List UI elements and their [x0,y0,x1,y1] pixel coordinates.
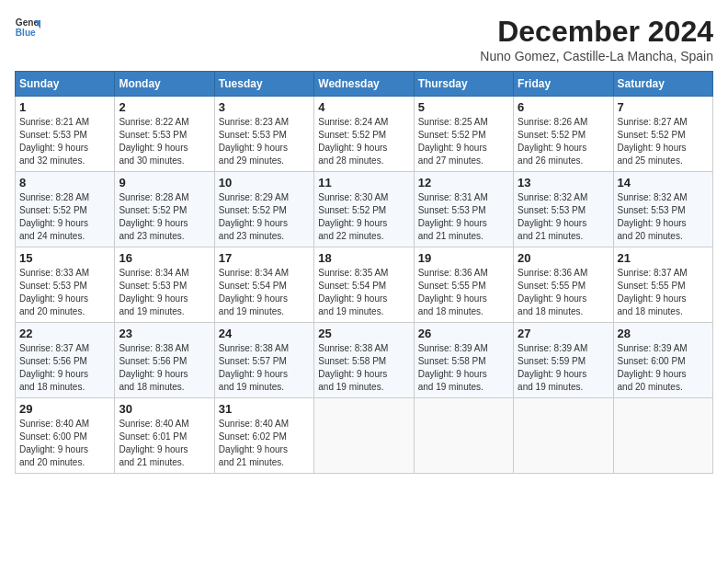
day-info: Sunrise: 8:38 AM Sunset: 5:56 PM Dayligh… [119,342,210,394]
day-number: 6 [518,100,609,114]
calendar-cell [514,398,613,474]
calendar-cell: 4Sunrise: 8:24 AM Sunset: 5:52 PM Daylig… [314,97,414,172]
day-number: 10 [219,176,310,190]
calendar-cell: 5Sunrise: 8:25 AM Sunset: 5:52 PM Daylig… [414,97,513,172]
calendar-table: SundayMondayTuesdayWednesdayThursdayFrid… [15,71,713,474]
weekday-header: Saturday [613,72,712,97]
calendar-cell [314,398,414,474]
day-info: Sunrise: 8:37 AM Sunset: 5:56 PM Dayligh… [19,342,110,394]
day-info: Sunrise: 8:37 AM Sunset: 5:55 PM Dayligh… [618,267,709,318]
weekday-header: Monday [115,72,214,97]
day-number: 8 [19,176,110,190]
calendar-cell: 21Sunrise: 8:37 AM Sunset: 5:55 PM Dayli… [613,247,712,323]
day-number: 23 [119,327,210,340]
day-info: Sunrise: 8:40 AM Sunset: 6:00 PM Dayligh… [19,418,110,469]
calendar-cell: 19Sunrise: 8:36 AM Sunset: 5:55 PM Dayli… [414,247,513,323]
day-number: 4 [318,100,409,114]
calendar-cell: 22Sunrise: 8:37 AM Sunset: 5:56 PM Dayli… [16,323,115,398]
day-number: 5 [418,100,509,114]
day-info: Sunrise: 8:26 AM Sunset: 5:52 PM Dayligh… [518,116,609,167]
calendar-cell: 7Sunrise: 8:27 AM Sunset: 5:52 PM Daylig… [613,97,712,172]
calendar-cell: 3Sunrise: 8:23 AM Sunset: 5:53 PM Daylig… [214,97,313,172]
calendar-cell: 14Sunrise: 8:32 AM Sunset: 5:53 PM Dayli… [613,172,712,247]
calendar-cell: 9Sunrise: 8:28 AM Sunset: 5:52 PM Daylig… [115,172,214,247]
weekday-header: Friday [514,72,613,97]
calendar-week-row: 8Sunrise: 8:28 AM Sunset: 5:52 PM Daylig… [16,172,713,247]
calendar-week-row: 1Sunrise: 8:21 AM Sunset: 5:53 PM Daylig… [16,97,713,172]
calendar-cell: 1Sunrise: 8:21 AM Sunset: 5:53 PM Daylig… [16,97,115,172]
calendar-cell: 2Sunrise: 8:22 AM Sunset: 5:53 PM Daylig… [115,97,214,172]
day-info: Sunrise: 8:27 AM Sunset: 5:52 PM Dayligh… [618,116,709,167]
day-number: 29 [19,402,110,416]
day-info: Sunrise: 8:28 AM Sunset: 5:52 PM Dayligh… [19,191,110,243]
day-number: 14 [618,176,709,190]
weekday-header: Sunday [16,72,115,97]
day-number: 31 [219,402,310,416]
svg-text:Blue: Blue [16,28,36,38]
main-title: December 2024 [480,15,713,49]
day-info: Sunrise: 8:40 AM Sunset: 6:01 PM Dayligh… [119,418,210,469]
day-number: 7 [618,100,709,114]
day-number: 12 [418,176,509,190]
day-info: Sunrise: 8:39 AM Sunset: 5:58 PM Dayligh… [418,342,509,394]
calendar-cell: 8Sunrise: 8:28 AM Sunset: 5:52 PM Daylig… [16,172,115,247]
calendar-cell: 11Sunrise: 8:30 AM Sunset: 5:52 PM Dayli… [314,172,414,247]
calendar-cell: 17Sunrise: 8:34 AM Sunset: 5:54 PM Dayli… [214,247,313,323]
day-number: 26 [418,327,509,340]
day-info: Sunrise: 8:32 AM Sunset: 5:53 PM Dayligh… [618,191,709,243]
calendar-cell: 16Sunrise: 8:34 AM Sunset: 5:53 PM Dayli… [115,247,214,323]
calendar-cell: 24Sunrise: 8:38 AM Sunset: 5:57 PM Dayli… [214,323,313,398]
title-section: December 2024 Nuno Gomez, Castille-La Ma… [480,15,713,63]
day-info: Sunrise: 8:36 AM Sunset: 5:55 PM Dayligh… [518,267,609,318]
day-number: 19 [418,251,509,265]
day-info: Sunrise: 8:24 AM Sunset: 5:52 PM Dayligh… [318,116,409,167]
day-number: 27 [518,327,609,340]
day-info: Sunrise: 8:34 AM Sunset: 5:53 PM Dayligh… [119,267,210,318]
calendar-cell: 30Sunrise: 8:40 AM Sunset: 6:01 PM Dayli… [115,398,214,474]
day-number: 2 [119,100,210,114]
day-info: Sunrise: 8:21 AM Sunset: 5:53 PM Dayligh… [19,116,110,167]
day-number: 22 [19,327,110,340]
day-number: 20 [518,251,609,265]
day-number: 1 [19,100,110,114]
calendar-cell: 20Sunrise: 8:36 AM Sunset: 5:55 PM Dayli… [514,247,613,323]
calendar-cell: 27Sunrise: 8:39 AM Sunset: 5:59 PM Dayli… [514,323,613,398]
day-info: Sunrise: 8:28 AM Sunset: 5:52 PM Dayligh… [119,191,210,243]
weekday-header-row: SundayMondayTuesdayWednesdayThursdayFrid… [16,72,713,97]
day-info: Sunrise: 8:35 AM Sunset: 5:54 PM Dayligh… [318,267,409,318]
calendar-cell: 18Sunrise: 8:35 AM Sunset: 5:54 PM Dayli… [314,247,414,323]
day-info: Sunrise: 8:33 AM Sunset: 5:53 PM Dayligh… [19,267,110,318]
calendar-cell: 31Sunrise: 8:40 AM Sunset: 6:02 PM Dayli… [214,398,313,474]
weekday-header: Wednesday [314,72,414,97]
day-info: Sunrise: 8:34 AM Sunset: 5:54 PM Dayligh… [219,267,310,318]
logo: General Blue [15,15,40,40]
calendar-week-row: 22Sunrise: 8:37 AM Sunset: 5:56 PM Dayli… [16,323,713,398]
calendar-cell [414,398,513,474]
calendar-cell: 12Sunrise: 8:31 AM Sunset: 5:53 PM Dayli… [414,172,513,247]
day-info: Sunrise: 8:31 AM Sunset: 5:53 PM Dayligh… [418,191,509,243]
calendar-week-row: 29Sunrise: 8:40 AM Sunset: 6:00 PM Dayli… [16,398,713,474]
calendar-cell: 10Sunrise: 8:29 AM Sunset: 5:52 PM Dayli… [214,172,313,247]
calendar-cell [613,398,712,474]
calendar-cell: 15Sunrise: 8:33 AM Sunset: 5:53 PM Dayli… [16,247,115,323]
day-number: 15 [19,251,110,265]
calendar-week-row: 15Sunrise: 8:33 AM Sunset: 5:53 PM Dayli… [16,247,713,323]
day-number: 28 [618,327,709,340]
weekday-header: Thursday [414,72,513,97]
day-info: Sunrise: 8:39 AM Sunset: 6:00 PM Dayligh… [618,342,709,394]
subtitle: Nuno Gomez, Castille-La Mancha, Spain [480,49,713,63]
day-info: Sunrise: 8:36 AM Sunset: 5:55 PM Dayligh… [418,267,509,318]
day-info: Sunrise: 8:23 AM Sunset: 5:53 PM Dayligh… [219,116,310,167]
calendar-cell: 23Sunrise: 8:38 AM Sunset: 5:56 PM Dayli… [115,323,214,398]
logo-icon: General Blue [15,15,40,40]
day-number: 3 [219,100,310,114]
calendar-cell: 13Sunrise: 8:32 AM Sunset: 5:53 PM Dayli… [514,172,613,247]
day-number: 18 [318,251,409,265]
header-section: General Blue December 2024 Nuno Gomez, C… [15,15,713,63]
day-info: Sunrise: 8:29 AM Sunset: 5:52 PM Dayligh… [219,191,310,243]
day-info: Sunrise: 8:32 AM Sunset: 5:53 PM Dayligh… [518,191,609,243]
day-number: 21 [618,251,709,265]
calendar-cell: 28Sunrise: 8:39 AM Sunset: 6:00 PM Dayli… [613,323,712,398]
day-info: Sunrise: 8:30 AM Sunset: 5:52 PM Dayligh… [318,191,409,243]
day-info: Sunrise: 8:22 AM Sunset: 5:53 PM Dayligh… [119,116,210,167]
